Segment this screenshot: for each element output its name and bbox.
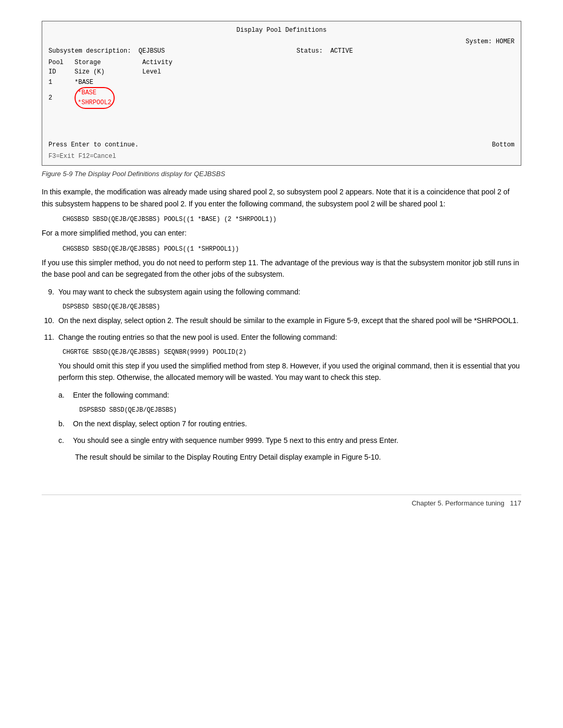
item-b-letter: b.	[58, 418, 69, 429]
footer-chapter: Chapter 5. Performance tuning	[412, 499, 505, 507]
item-c-letter: c.	[58, 435, 69, 446]
code-chgsbsd-full: CHGSBSD SBSD(QEJB/QEJBSBS) POOLS((1 *BAS…	[63, 216, 521, 223]
spacer	[484, 46, 515, 56]
pool-row-2: 2 *BASE*SHRPOOL2	[48, 87, 515, 109]
terminal-commands: F3=Exit F12=Cancel	[48, 152, 515, 161]
pool-row-1: 1 *BASE	[48, 78, 515, 87]
pool-storage-2-container: *BASE*SHRPOOL2	[75, 87, 142, 109]
pool-rows: 1 *BASE 2 *BASE*SHRPOOL2	[48, 78, 515, 109]
subsystem-value: QEJBSUS	[139, 47, 165, 55]
status-value: ACTIVE	[331, 47, 353, 55]
terminal-title: Display Pool Definitions	[48, 26, 515, 35]
numbered-item-9: 9. You may want to check the subsystem a…	[42, 286, 521, 298]
paragraph-1: In this example, the modification was al…	[42, 186, 521, 209]
lettered-item-c: c. You should see a single entry with se…	[58, 435, 521, 446]
item-a-text: Enter the following command:	[73, 389, 169, 401]
footer-page: 117	[510, 499, 521, 507]
terminal-bottom-section: Press Enter to continue. Bottom F3=Exit …	[48, 140, 515, 161]
item-c-text: You should see a single entry with seque…	[73, 435, 398, 446]
pool-id-2: 2	[48, 93, 75, 103]
item-11-text: Change the routing entries so that the n…	[58, 331, 337, 343]
terminal-bottom-row: Press Enter to continue. Bottom	[48, 140, 515, 150]
status-label: Status:	[297, 47, 323, 55]
item-a-letter: a.	[58, 389, 69, 401]
item-11-extra: You should omit this step if you used th…	[58, 360, 521, 384]
numbered-item-10: 10. On the next display, select option 2…	[42, 315, 521, 326]
paragraph-2: For a more simplified method, you can en…	[42, 227, 521, 239]
lettered-item-b: b. On the next display, select option 7 …	[58, 418, 521, 429]
item-b-text: On the next display, select option 7 for…	[73, 418, 247, 429]
page-footer: Chapter 5. Performance tuning 117	[42, 495, 521, 507]
subsystem-label: Subsystem description:	[48, 47, 131, 55]
pool-id-1: 1	[48, 78, 75, 87]
numbered-item-11: 11. Change the routing entries so that t…	[42, 331, 521, 343]
pool-storage-circled: *BASE*SHRPOOL2	[75, 87, 115, 109]
item-9-text: You may want to check the subsystem agai…	[58, 286, 300, 298]
code-dspsbsd-2: DSPSBSD SBSD(QEJB/QEJBSBS)	[79, 406, 521, 414]
press-message: Press Enter to continue.	[48, 140, 139, 150]
col-activity: ActivityLevel	[142, 58, 184, 77]
item-10-number: 10.	[42, 315, 54, 326]
item-11-number: 11.	[42, 331, 54, 343]
figure-caption: Figure 5-9 The Display Pool Definitions …	[42, 170, 521, 178]
code-chgsbsd-simple: CHGSBSD SBSD(QEJB/QEJBSBS) POOLS((1 *SHR…	[63, 245, 521, 253]
subsystem-description: Subsystem description: QEJBSUS	[48, 46, 165, 56]
terminal-display: Display Pool Definitions System: HOMER S…	[42, 21, 521, 166]
item-10-text: On the next display, select option 2. Th…	[58, 315, 519, 326]
status-section: Status: ACTIVE	[297, 46, 353, 56]
terminal-system-line: System: HOMER	[48, 37, 515, 46]
item-9-number: 9.	[42, 286, 54, 298]
system-label: System:	[466, 37, 492, 46]
column-headers: PoolID StorageSize (K) ActivityLevel	[48, 58, 515, 77]
bottom-label: Bottom	[492, 140, 515, 150]
col-storage: StorageSize (K)	[75, 58, 142, 77]
code-chgrtge: CHGRTGE SBSD(QEJB/QEJBSBS) SEQNBR(9999) …	[63, 349, 521, 356]
system-value: HOMER	[496, 37, 515, 46]
col-pool-id: PoolID	[48, 58, 75, 77]
lettered-item-a: a. Enter the following command:	[58, 389, 521, 401]
pool-storage-1: *BASE	[75, 78, 142, 87]
paragraph-3: If you use this simpler method, you do n…	[42, 257, 521, 280]
code-dspsbsd-1: DSPSBSD SBSD(QEJB/QEJBSBS)	[63, 303, 521, 311]
subsystem-line: Subsystem description: QEJBSUS Status: A…	[48, 46, 515, 56]
result-text: The result should be similar to the Disp…	[75, 451, 521, 463]
